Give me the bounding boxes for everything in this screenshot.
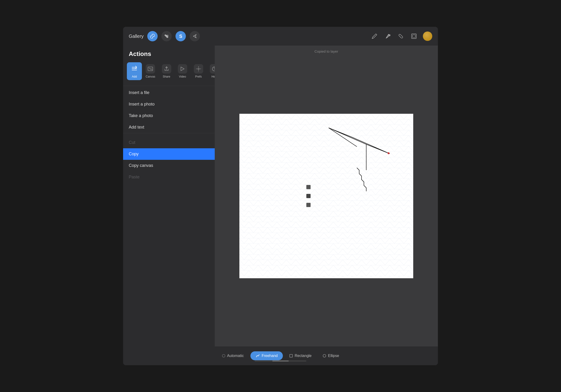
toolbar-left: Gallery S	[129, 31, 200, 41]
marker-icon	[398, 33, 404, 40]
add-icon	[130, 64, 139, 74]
ellipse-dot	[323, 354, 326, 358]
tab-prefs-label: Prefs	[195, 75, 202, 78]
gallery-button[interactable]: Gallery	[129, 34, 143, 39]
insert-file-item[interactable]: Insert a file	[123, 87, 215, 98]
svg-rect-5	[412, 34, 416, 39]
paste-item: Paste	[123, 171, 215, 183]
canvas-status-text: Copied to layer	[314, 49, 338, 53]
tab-canvas[interactable]: Canvas	[143, 62, 158, 80]
share-icon	[162, 64, 171, 74]
layers-button[interactable]	[410, 32, 418, 40]
svg-rect-16	[239, 114, 413, 278]
freehand-icon	[256, 354, 260, 358]
tab-video-label: Video	[179, 75, 186, 78]
svg-rect-8	[148, 67, 153, 71]
svg-rect-4	[399, 34, 403, 39]
prefs-icon	[194, 64, 203, 74]
svg-point-17	[388, 152, 389, 154]
rectangle-label: Rectangle	[295, 354, 312, 358]
canvas-icon	[146, 64, 155, 74]
tab-add-label: Add	[132, 75, 137, 78]
slider-thumb	[272, 360, 289, 361]
tab-share-label: Share	[163, 75, 170, 78]
toolbar-right	[370, 32, 432, 41]
menu-section-files: Insert a file Insert a photo Take a phot…	[123, 86, 215, 133]
side-thumbnails	[306, 185, 311, 207]
svg-marker-9	[181, 67, 184, 71]
adjust-button[interactable]	[162, 31, 172, 41]
layers-icon	[411, 33, 417, 40]
pen-icon	[371, 33, 378, 40]
actions-title: Actions	[123, 50, 215, 62]
top-toolbar: Gallery S	[123, 27, 438, 46]
tab-share[interactable]: Share	[159, 62, 174, 80]
thumb-3	[306, 203, 311, 207]
automatic-button[interactable]: Automatic	[217, 351, 248, 360]
freehand-button[interactable]: Freehand	[250, 351, 283, 360]
menu-divider	[123, 133, 215, 137]
isometric-grid	[239, 114, 413, 278]
video-icon	[178, 64, 187, 74]
automatic-label: Automatic	[227, 354, 244, 358]
wrench-icon	[150, 34, 155, 39]
thumb-1	[306, 185, 311, 189]
marker-tool-button[interactable]	[397, 32, 405, 40]
ellipse-button[interactable]: Ellipse	[318, 351, 344, 360]
ink-icon	[384, 33, 391, 40]
cut-item: Cut	[123, 137, 215, 148]
take-photo-item[interactable]: Take a photo	[123, 110, 215, 121]
tab-add[interactable]: Add	[127, 62, 142, 80]
arrow-button[interactable]	[190, 31, 200, 41]
rectangle-button[interactable]: Rectangle	[285, 351, 316, 360]
adjust-icon	[164, 34, 169, 39]
thumb-2	[306, 194, 311, 198]
actions-tabs-row: Add Canvas	[123, 62, 215, 86]
freehand-label: Freehand	[262, 354, 278, 358]
ellipse-label: Ellipse	[328, 354, 339, 358]
arrow-icon	[192, 34, 197, 39]
canvas-area[interactable]: Copied to layer	[215, 46, 438, 346]
tab-video[interactable]: Video	[175, 62, 190, 80]
svg-rect-6	[412, 35, 415, 38]
tab-canvas-label: Canvas	[146, 75, 155, 78]
bottom-slider	[255, 360, 306, 361]
drawing-canvas[interactable]	[239, 114, 413, 278]
automatic-dot	[222, 354, 225, 358]
app-container: Gallery S	[123, 27, 438, 365]
copy-item[interactable]: Copy	[123, 148, 215, 160]
pen-tool-button[interactable]	[370, 32, 379, 40]
bottom-toolbar: Automatic Freehand Rectangle Ellipse	[123, 346, 438, 365]
avatar-button[interactable]	[423, 32, 432, 41]
ink-tool-button[interactable]	[383, 32, 392, 40]
add-text-item[interactable]: Add text	[123, 121, 215, 133]
tab-prefs[interactable]: Prefs	[191, 62, 206, 80]
actions-panel: Actions Add	[123, 46, 215, 346]
main-content: Actions Add	[123, 46, 438, 346]
wrench-button[interactable]	[147, 31, 158, 41]
insert-photo-item[interactable]: Insert a photo	[123, 98, 215, 110]
menu-section-edit: Cut Copy Copy canvas Paste	[123, 137, 215, 183]
rectangle-dot	[290, 354, 293, 358]
svg-point-10	[198, 68, 199, 70]
s-button[interactable]: S	[175, 31, 186, 41]
copy-canvas-item[interactable]: Copy canvas	[123, 160, 215, 171]
